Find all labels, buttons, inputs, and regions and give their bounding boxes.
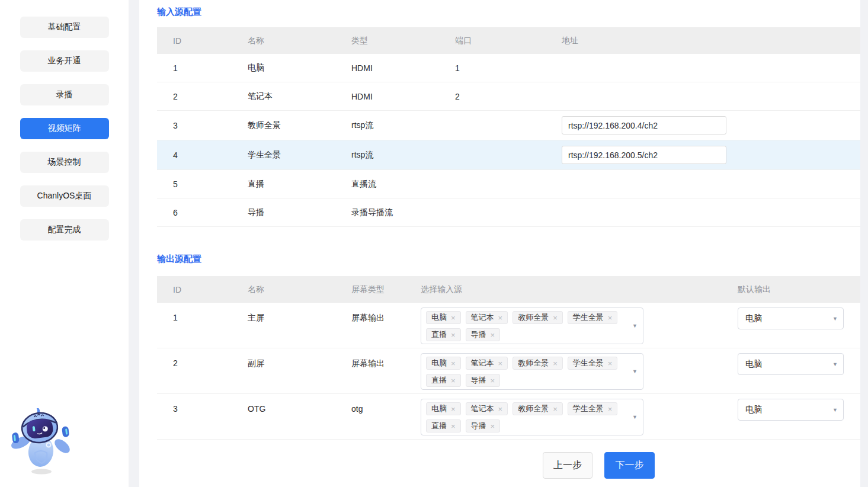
remove-tag-icon[interactable]: × <box>553 313 558 322</box>
input-row-5: 5 直播 直播流 <box>157 170 860 198</box>
remove-tag-icon[interactable]: × <box>553 405 558 414</box>
selected-tag[interactable]: 电脑× <box>426 311 461 324</box>
cell-name: 笔记本 <box>232 82 335 110</box>
output-table-header: ID 名称 屏幕类型 选择输入源 默认输出 <box>157 276 860 303</box>
sidebar-item-basic-config[interactable]: 基础配置 <box>20 17 109 38</box>
cell-name: 直播 <box>232 170 335 198</box>
remove-tag-icon[interactable]: × <box>553 359 558 368</box>
address-input[interactable] <box>562 146 726 164</box>
cell-select-input-source: 电脑× 笔记本× 教师全景× 学生全景× 直播× 导播× ▼ <box>405 394 722 435</box>
cell-id: 3 <box>157 111 232 140</box>
cell-name: 导播 <box>232 198 335 226</box>
selected-tag[interactable]: 导播× <box>466 328 501 341</box>
remove-tag-icon[interactable]: × <box>451 313 456 322</box>
cell-type: 直播流 <box>335 170 439 198</box>
sidebar-item-video-matrix[interactable]: 视频矩阵 <box>20 118 109 139</box>
selected-tag[interactable]: 学生全景× <box>568 357 618 370</box>
cell-screen-type: otg <box>335 394 405 414</box>
selected-tag[interactable]: 导播× <box>466 419 501 432</box>
output-row-2: 2 副屏 屏幕输出 电脑× 笔记本× 教师全景× 学生全景× 直播× 导播× ▼ <box>157 348 860 394</box>
selected-tag[interactable]: 笔记本× <box>466 357 508 370</box>
cell-type: 录播导播流 <box>335 198 439 226</box>
remove-tag-icon[interactable]: × <box>491 422 495 431</box>
chevron-down-icon: ▼ <box>832 316 838 322</box>
cell-type: rtsp流 <box>335 140 439 169</box>
remove-tag-icon[interactable]: × <box>608 405 613 414</box>
previous-step-button[interactable]: 上一步 <box>543 452 592 479</box>
remove-tag-icon[interactable]: × <box>451 422 456 431</box>
default-output-select[interactable]: 电脑 ▼ <box>738 399 844 421</box>
output-row-1: 1 主屏 屏幕输出 电脑× 笔记本× 教师全景× 学生全景× 直播× 导播× ▼ <box>157 303 860 348</box>
remove-tag-icon[interactable]: × <box>451 331 456 339</box>
robot-mascot-icon[interactable] <box>7 408 72 476</box>
remove-tag-icon[interactable]: × <box>451 376 456 385</box>
column-header-screen-type: 屏幕类型 <box>335 276 405 303</box>
remove-tag-icon[interactable]: × <box>498 313 503 322</box>
address-input[interactable] <box>562 116 726 134</box>
default-output-select[interactable]: 电脑 ▼ <box>738 353 844 375</box>
remove-tag-icon[interactable]: × <box>491 331 495 339</box>
cell-type: rtsp流 <box>335 111 439 140</box>
selected-tag[interactable]: 直播× <box>426 419 461 432</box>
cell-address <box>546 170 860 198</box>
selected-tag[interactable]: 直播× <box>426 328 461 341</box>
cell-port <box>439 140 546 169</box>
output-section-title: 输出源配置 <box>157 253 860 265</box>
input-source-multiselect[interactable]: 电脑× 笔记本× 教师全景× 学生全景× 直播× 导播× ▼ <box>421 353 643 390</box>
default-output-select[interactable]: 电脑 ▼ <box>738 307 844 329</box>
chevron-down-icon: ▼ <box>632 323 638 329</box>
chevron-down-icon: ▼ <box>632 414 638 420</box>
cell-select-input-source: 电脑× 笔记本× 教师全景× 学生全景× 直播× 导播× ▼ <box>405 303 722 344</box>
cell-port <box>439 111 546 140</box>
selected-tag[interactable]: 电脑× <box>426 357 461 370</box>
next-step-button[interactable]: 下一步 <box>604 452 655 479</box>
selected-tag[interactable]: 教师全景× <box>513 402 563 415</box>
cell-screen-type: 屏幕输出 <box>335 303 405 323</box>
input-table-header: ID 名称 类型 端口 地址 <box>157 27 860 54</box>
remove-tag-icon[interactable]: × <box>498 359 503 368</box>
cell-type: HDMI <box>335 82 439 110</box>
cell-id: 6 <box>157 198 232 226</box>
sidebar-item-recording[interactable]: 录播 <box>20 84 109 105</box>
output-row-3: 3 OTG otg 电脑× 笔记本× 教师全景× 学生全景× 直播× 导播× ▼ <box>157 394 860 440</box>
cell-id: 2 <box>157 82 232 110</box>
selected-tag[interactable]: 直播× <box>426 374 461 387</box>
selected-tag[interactable]: 笔记本× <box>466 402 508 415</box>
input-source-multiselect[interactable]: 电脑× 笔记本× 教师全景× 学生全景× 直播× 导播× ▼ <box>421 399 643 435</box>
cell-default-output: 电脑 ▼ <box>722 348 860 375</box>
remove-tag-icon[interactable]: × <box>451 359 456 368</box>
selected-tag[interactable]: 学生全景× <box>568 402 618 415</box>
selected-tag[interactable]: 教师全景× <box>513 311 563 324</box>
sidebar-item-config-complete[interactable]: 配置完成 <box>20 219 109 241</box>
input-row-3: 3 教师全景 rtsp流 <box>157 111 860 140</box>
input-row-1: 1 电脑 HDMI 1 <box>157 54 860 82</box>
selected-tag[interactable]: 学生全景× <box>568 311 618 324</box>
cell-address <box>546 111 860 140</box>
cell-select-input-source: 电脑× 笔记本× 教师全景× 学生全景× 直播× 导播× ▼ <box>405 348 722 390</box>
cell-id: 2 <box>157 348 232 368</box>
selected-tag[interactable]: 电脑× <box>426 402 461 415</box>
remove-tag-icon[interactable]: × <box>491 376 495 385</box>
output-source-table: ID 名称 屏幕类型 选择输入源 默认输出 1 主屏 屏幕输出 电脑× 笔记本×… <box>157 276 860 440</box>
input-source-table: ID 名称 类型 端口 地址 1 电脑 HDMI 1 2 笔记本 HDMI 2 … <box>157 27 860 227</box>
remove-tag-icon[interactable]: × <box>608 359 613 368</box>
selected-tag[interactable]: 教师全景× <box>513 357 563 370</box>
input-source-multiselect[interactable]: 电脑× 笔记本× 教师全景× 学生全景× 直播× 导播× ▼ <box>421 307 643 344</box>
sidebar-item-scene-control[interactable]: 场景控制 <box>20 152 109 173</box>
selected-tag[interactable]: 笔记本× <box>466 311 508 324</box>
cell-id: 3 <box>157 394 232 414</box>
sidebar: 基础配置 业务开通 录播 视频矩阵 场景控制 ChanlyOS桌面 配置完成 <box>0 0 129 487</box>
cell-name: 学生全景 <box>232 140 335 169</box>
selected-tag[interactable]: 导播× <box>466 374 501 387</box>
remove-tag-icon[interactable]: × <box>451 405 456 414</box>
sidebar-item-business-activation[interactable]: 业务开通 <box>20 50 109 72</box>
cell-port <box>439 170 546 198</box>
remove-tag-icon[interactable]: × <box>608 313 613 322</box>
remove-tag-icon[interactable]: × <box>498 405 503 414</box>
sidebar-item-chanlyos-desktop[interactable]: ChanlyOS桌面 <box>20 185 109 207</box>
chevron-down-icon: ▼ <box>832 407 838 413</box>
column-header-id: ID <box>157 276 232 303</box>
wizard-footer: 上一步 下一步 <box>543 452 860 479</box>
input-row-6: 6 导播 录播导播流 <box>157 198 860 227</box>
cell-address <box>546 140 860 169</box>
